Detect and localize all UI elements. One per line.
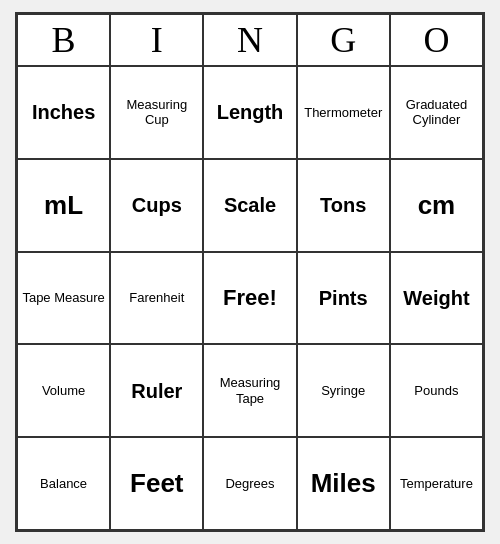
cell-1-4: cm	[390, 159, 483, 252]
cell-0-0: Inches	[17, 66, 110, 159]
header-letter-N: N	[203, 14, 296, 66]
row-0: InchesMeasuring CupLengthThermometerGrad…	[17, 66, 483, 159]
cell-3-2: Measuring Tape	[203, 344, 296, 437]
cell-3-0: Volume	[17, 344, 110, 437]
cell-4-4: Temperature	[390, 437, 483, 530]
cell-4-2: Degrees	[203, 437, 296, 530]
row-1: mLCupsScaleTonscm	[17, 159, 483, 252]
row-3: VolumeRulerMeasuring TapeSyringePounds	[17, 344, 483, 437]
cell-0-3: Thermometer	[297, 66, 390, 159]
cell-0-4: Graduated Cylinder	[390, 66, 483, 159]
cell-2-4: Weight	[390, 252, 483, 345]
cell-2-3: Pints	[297, 252, 390, 345]
cell-1-3: Tons	[297, 159, 390, 252]
cell-4-1: Feet	[110, 437, 203, 530]
header-letter-I: I	[110, 14, 203, 66]
cell-1-0: mL	[17, 159, 110, 252]
cell-4-0: Balance	[17, 437, 110, 530]
bingo-card: BINGO InchesMeasuring CupLengthThermomet…	[15, 12, 485, 532]
header-letter-G: G	[297, 14, 390, 66]
cell-0-1: Measuring Cup	[110, 66, 203, 159]
row-4: BalanceFeetDegreesMilesTemperature	[17, 437, 483, 530]
cell-3-4: Pounds	[390, 344, 483, 437]
cell-4-3: Miles	[297, 437, 390, 530]
header-letter-B: B	[17, 14, 110, 66]
bingo-header: BINGO	[17, 14, 483, 66]
cell-2-2: Free!	[203, 252, 296, 345]
header-letter-O: O	[390, 14, 483, 66]
cell-0-2: Length	[203, 66, 296, 159]
cell-3-3: Syringe	[297, 344, 390, 437]
cell-2-0: Tape Measure	[17, 252, 110, 345]
bingo-grid: InchesMeasuring CupLengthThermometerGrad…	[17, 66, 483, 530]
cell-2-1: Farenheit	[110, 252, 203, 345]
row-2: Tape MeasureFarenheitFree!PintsWeight	[17, 252, 483, 345]
cell-1-2: Scale	[203, 159, 296, 252]
cell-1-1: Cups	[110, 159, 203, 252]
cell-3-1: Ruler	[110, 344, 203, 437]
